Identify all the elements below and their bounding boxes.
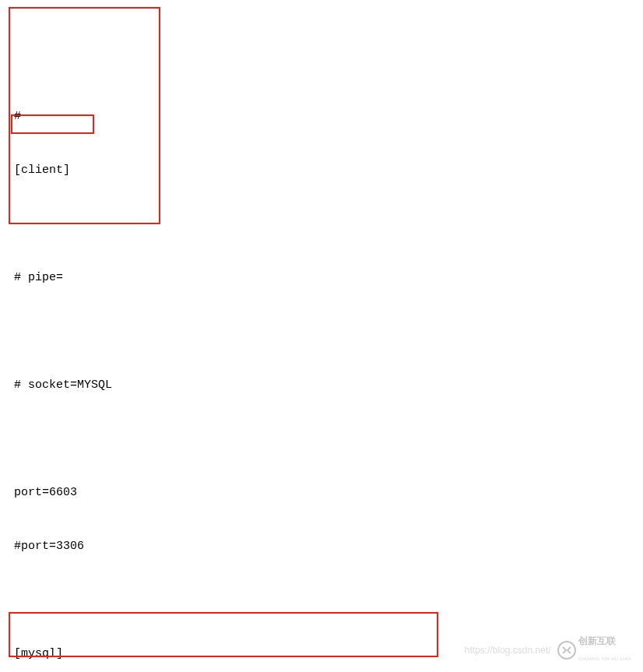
code-line: port=6603 [14,484,629,501]
code-line: # [14,107,629,125]
code-line: [client] [14,161,629,179]
code-line: # pipe= [14,269,629,287]
code-line [14,215,629,233]
config-file-content: # [client] # pipe= # socket=MYSQL port=6… [14,72,629,672]
code-line: # socket=MYSQL [14,376,629,394]
code-line: [mysql] [14,645,629,663]
code-line [14,430,629,448]
code-line: #port=3306 [14,537,629,555]
code-line [14,591,629,609]
code-line [14,322,629,340]
